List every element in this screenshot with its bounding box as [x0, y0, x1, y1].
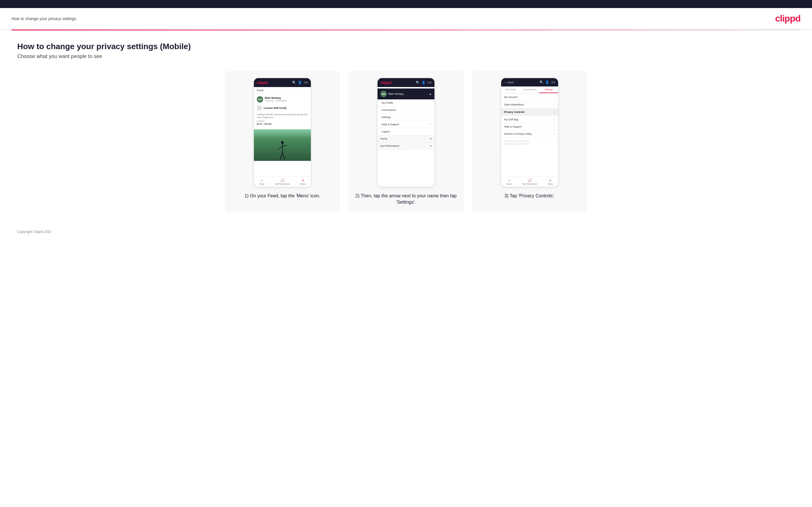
settings-row-serviceprivacy[interactable]: Service & Privacy Policy ↗: [501, 130, 558, 137]
dropdown-user-row: BM Blair McHarg ▲: [377, 89, 435, 99]
golf-image: [254, 129, 311, 161]
step-1-description: 1) On your Feed, tap the 'Menu' icon.: [244, 193, 320, 199]
phone1-logo: clippd: [257, 80, 268, 85]
footer: Copyright Clippd 2022: [0, 224, 812, 239]
chevron-down-icon: ▾: [430, 137, 432, 140]
home-label-3: Home: [506, 183, 512, 185]
settings-icon-3: ⊙▾: [551, 80, 555, 84]
phone3-tabs: My Profile Connections Settings: [501, 87, 558, 93]
section-performance[interactable]: My Performance ▾: [377, 143, 435, 150]
external-link-icon-3: ↗: [554, 133, 555, 135]
menu-item-logout[interactable]: Logout: [377, 128, 435, 135]
page-heading: How to change your privacy settings (Mob…: [17, 42, 795, 51]
performance-label-3: My Performance: [522, 183, 537, 185]
header: How to change your privacy settings clip…: [0, 8, 812, 30]
nav-performance-3: 📈 My Performance: [522, 178, 537, 185]
search-icon-2: 🔍: [416, 81, 420, 84]
performance-label: My Performance: [275, 183, 290, 185]
dropdown-user-left: BM Blair McHarg: [380, 91, 403, 97]
lesson-row: 📋 Lesson with Fordy: [257, 104, 308, 112]
external-link-icon-2: ↗: [554, 125, 555, 128]
phone2-logo: clippd: [380, 80, 391, 85]
nav-menu: ≡ Menu: [301, 178, 306, 185]
menu-icon: ≡: [302, 178, 304, 182]
search-icon: 🔍: [292, 81, 296, 84]
phone-mockup-1: clippd 🔍 👤 ⊙▾ Feed BM Blair McHarg Yeste…: [254, 78, 311, 187]
header-title: How to change your privacy settings: [11, 16, 76, 21]
step-2-card: clippd 🔍 👤 ⊙▾ BM Blair McHarg: [349, 71, 463, 213]
lesson-name: Lesson with Fordy: [264, 107, 287, 109]
external-link-icon: ↗: [429, 123, 430, 125]
steps-container: clippd 🔍 👤 ⊙▾ Feed BM Blair McHarg Yeste…: [17, 71, 795, 213]
home-icon-3: ⌂: [508, 178, 510, 182]
user-row: BM Blair McHarg Yesterday · Sunningdale: [257, 96, 308, 103]
main-content: How to change your privacy settings (Mob…: [0, 31, 812, 224]
user-icon-3: 👤: [545, 80, 549, 84]
phone3-header: ‹ < Back 🔍 👤 ⊙▾: [501, 78, 558, 87]
step-3-description: 3) Tap 'Privacy Controls'.: [504, 193, 555, 199]
chevron-down-icon-2: ▾: [430, 145, 432, 147]
user-info: Blair McHarg Yesterday · Sunningdale: [265, 97, 287, 102]
post-text: Looking to feel like my hands are exitin…: [257, 113, 308, 119]
phone1-post: BM Blair McHarg Yesterday · Sunningdale …: [254, 94, 311, 129]
user-icon: 👤: [298, 81, 302, 84]
settings-row-mygolfbag[interactable]: My Golf Bag ›: [501, 116, 558, 123]
server-version: GQL Server Version: 2022.7.30-1: [504, 143, 555, 146]
avatar: BM: [257, 96, 263, 103]
tab-connections[interactable]: Connections: [520, 87, 539, 93]
client-version: Clippd Client Version: 2022.8.3-3: [504, 140, 555, 143]
tab-settings[interactable]: Settings: [539, 87, 558, 93]
phone1-icons: 🔍 👤 ⊙▾: [292, 81, 308, 84]
nav-home-3: ⌂ Home: [506, 178, 512, 185]
tab-myprofile[interactable]: My Profile: [501, 87, 520, 93]
svg-point-0: [281, 141, 284, 144]
menu-item-connections[interactable]: Connections: [377, 107, 435, 114]
chevron-right-icon-4: ›: [554, 118, 555, 121]
top-bar: [0, 0, 812, 8]
page-subheading: Choose what you want people to see: [17, 53, 795, 59]
phone3-footer: Clippd Client Version: 2022.8.3-3 GQL Se…: [501, 137, 558, 148]
chevron-right-icon-1: ›: [554, 95, 555, 99]
phone2-icons: 🔍 👤 ⊙▾: [416, 81, 432, 84]
chevron-right-icon-2: ›: [554, 103, 555, 106]
menu-item-helpsupport[interactable]: Help & Support ↗: [377, 121, 435, 128]
settings-icon: ⊙▾: [304, 81, 308, 84]
menu-icon-3: ≡: [549, 178, 551, 182]
phone3-icons: 🔍 👤 ⊙▾: [540, 80, 555, 84]
dropdown-username: Blair McHarg: [389, 93, 403, 95]
user-name: Blair McHarg: [265, 97, 287, 100]
settings-row-helpsupport[interactable]: Help & Support ↗: [501, 123, 558, 130]
dropdown-avatar: BM: [380, 91, 387, 97]
step-3-card: ‹ < Back 🔍 👤 ⊙▾ My Profile Connections S…: [472, 71, 587, 213]
menu-item-settings[interactable]: Settings: [377, 114, 435, 121]
chevron-up-icon: ▲: [429, 93, 432, 95]
back-arrow-icon: ‹: [504, 81, 505, 84]
home-icon: ⌂: [261, 178, 263, 182]
menu-item-myprofile[interactable]: My Profile: [377, 99, 435, 107]
settings-row-dataintegrations[interactable]: Data Integrations ›: [501, 101, 558, 108]
back-button[interactable]: ‹ < Back: [504, 81, 514, 84]
step-2-description: 2) Then, tap the arrow next to your name…: [355, 193, 457, 206]
settings-icon-2: ⊙▾: [427, 81, 432, 84]
phone1-header: clippd 🔍 👤 ⊙▾: [254, 78, 311, 87]
performance-icon-3: 📈: [527, 178, 532, 182]
phone2-header: clippd 🔍 👤 ⊙▾: [377, 78, 435, 87]
phone-mockup-2: clippd 🔍 👤 ⊙▾ BM Blair McHarg: [377, 78, 435, 187]
duration-value: 01 hr : 30 min: [257, 123, 308, 125]
nav-home: ⌂ Home: [259, 178, 264, 185]
svg-line-3: [283, 145, 287, 147]
step-1-card: clippd 🔍 👤 ⊙▾ Feed BM Blair McHarg Yeste…: [225, 71, 340, 213]
bottom-nav-1: ⌂ Home 📈 My Performance ≡ Menu: [254, 176, 311, 187]
feed-label: Feed: [254, 87, 311, 94]
settings-list: My Account › Data Integrations › Privacy…: [501, 93, 558, 137]
copyright: Copyright Clippd 2022: [17, 230, 51, 234]
logo: clippd: [775, 13, 801, 24]
user-sub: Yesterday · Sunningdale: [265, 100, 287, 102]
nav-performance: 📈 My Performance: [275, 178, 290, 185]
settings-row-privacycontrols[interactable]: Privacy Controls ›: [501, 108, 558, 116]
golfer-silhouette: [276, 141, 288, 161]
settings-row-myaccount[interactable]: My Account ›: [501, 93, 558, 101]
svg-line-4: [280, 152, 283, 159]
nav-menu-3: ≡ Menu: [548, 178, 553, 185]
section-home[interactable]: Home ▾: [377, 135, 435, 143]
